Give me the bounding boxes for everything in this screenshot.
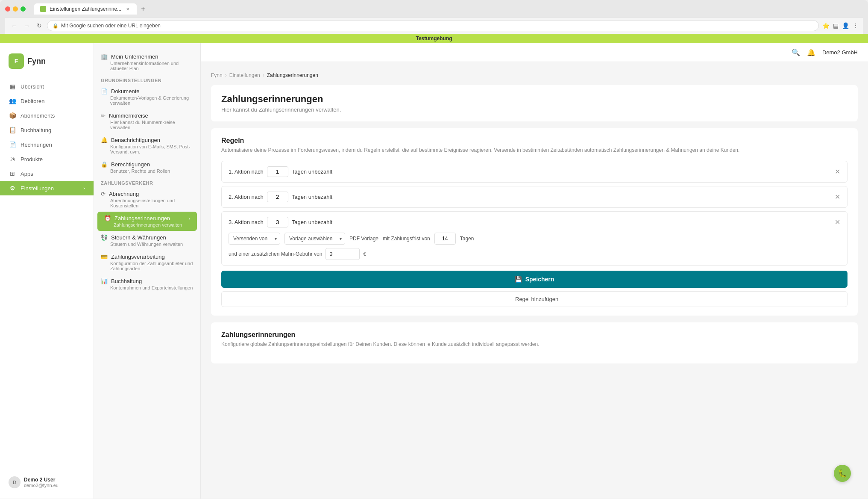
tab-close-btn[interactable]: ✕ bbox=[125, 6, 131, 12]
zahlungsverkehr-label: Zahlungsverkehr bbox=[94, 177, 200, 187]
back-button[interactable]: ← bbox=[9, 21, 19, 30]
rule-1-close-btn[interactable]: ✕ bbox=[835, 168, 840, 176]
rule-3-close-btn[interactable]: ✕ bbox=[835, 218, 840, 226]
breadcrumb-current: Zahlungserinnerungen bbox=[267, 72, 318, 78]
settings-item-benachrichtigungen[interactable]: 🔔 Benachrichtigungen Konfiguration von E… bbox=[94, 133, 200, 158]
notifications-button[interactable]: 🔔 bbox=[807, 48, 815, 56]
settings-item-buchhaltung2[interactable]: 📊 Buchhaltung Kontenrahmen und Exportein… bbox=[94, 275, 200, 294]
nav-label-ubersicht: Übersicht bbox=[21, 83, 44, 90]
steuern-title: Steuern & Währungen bbox=[111, 234, 166, 241]
search-button[interactable]: 🔍 bbox=[792, 48, 800, 56]
vorlage-select[interactable]: Vorlage auswählen bbox=[284, 233, 345, 245]
apps-icon: ⊞ bbox=[9, 170, 16, 177]
mahn-row: und einer zusätzlichen Mahn-Gebühr von € bbox=[229, 248, 840, 260]
buchhaltung2-title: Buchhaltung bbox=[111, 278, 142, 284]
rule-2-close-btn[interactable]: ✕ bbox=[835, 193, 840, 201]
nav-item-produkte[interactable]: 🛍 Produkte bbox=[0, 152, 94, 166]
rule-row-3: 3. Aktion nach Tagen unbezahlt ✕ Versend… bbox=[221, 211, 847, 266]
settings-item-nummernkreise[interactable]: ✏ Nummernkreise Hier kannst du Nummernkr… bbox=[94, 109, 200, 133]
buchhaltung-icon: 📋 bbox=[9, 127, 16, 133]
settings-item-unternehmen[interactable]: 🏢 Mein Unternehmen Unternehmensinformati… bbox=[94, 50, 200, 74]
breadcrumb-einstellungen[interactable]: Einstellungen bbox=[229, 72, 260, 78]
berechtigungen-desc: Benutzer, Rechte und Rollen bbox=[101, 168, 194, 174]
new-tab-button[interactable]: + bbox=[138, 4, 147, 14]
nav-items: ▦ Übersicht 👥 Debitoren 📦 Abonnements 📋 … bbox=[0, 79, 94, 471]
rule-1-days-input[interactable] bbox=[267, 166, 288, 177]
breadcrumb-sep2: › bbox=[263, 72, 264, 78]
add-rule-button[interactable]: + Regel hinzufügen bbox=[221, 291, 847, 307]
rule-3-label: 3. Aktion nach Tagen unbezahlt bbox=[229, 217, 332, 227]
traffic-light-yellow[interactable] bbox=[13, 6, 18, 12]
logo: F Fynn bbox=[9, 53, 85, 69]
forward-button[interactable]: → bbox=[22, 21, 32, 30]
save-label: Speichern bbox=[525, 276, 554, 283]
rule-2-days-input[interactable] bbox=[267, 192, 288, 202]
profile-btn[interactable]: 👤 bbox=[842, 22, 849, 29]
user-avatar: D bbox=[9, 476, 21, 488]
settings-item-berechtigungen[interactable]: 🔒 Berechtigungen Benutzer, Rechte und Ro… bbox=[94, 158, 200, 177]
sidebar-btn[interactable]: ▤ bbox=[833, 22, 839, 29]
page-title: Zahlungserinnerungen bbox=[221, 94, 847, 105]
settings-item-abrechnung[interactable]: ⟳ Abrechnung Abrechnungseinstellungen un… bbox=[94, 187, 200, 212]
tab-title: Einstellungen Zahlungserinne... bbox=[50, 6, 121, 12]
rule-1-label: 1. Aktion nach Tagen unbezahlt bbox=[229, 166, 332, 177]
nav-item-debitoren[interactable]: 👥 Debitoren bbox=[0, 94, 94, 108]
rule-2-suffix: Tagen unbezahlt bbox=[292, 194, 332, 200]
user-area: D Demo 2 User demo2@fynn.eu bbox=[0, 471, 94, 493]
breadcrumb-fynn[interactable]: Fynn bbox=[211, 72, 223, 78]
nav-item-abonnements[interactable]: 📦 Abonnements bbox=[0, 108, 94, 123]
user-details: Demo 2 User demo2@fynn.eu bbox=[24, 477, 59, 488]
zahlungserinnerungen-desc: Zahlungserinnerungen verwalten bbox=[104, 222, 190, 227]
berechtigungen-title: Berechtigungen bbox=[111, 161, 150, 168]
rule-3-options: Versenden von Vorlage auswählen PDF Vorl… bbox=[229, 233, 840, 245]
vorlage-wrapper: Vorlage auswählen bbox=[284, 233, 345, 245]
extensions-btn[interactable]: ⭐ bbox=[822, 22, 830, 29]
traffic-light-red[interactable] bbox=[5, 6, 10, 12]
regeln-desc: Automatisiere deine Prozesse im Forderun… bbox=[221, 146, 847, 154]
nav-item-rechnungen[interactable]: 📄 Rechnungen bbox=[0, 137, 94, 152]
main-header: 🔍 🔔 Demo2 GmbH bbox=[201, 43, 868, 62]
benachrichtigungen-icon: 🔔 bbox=[101, 137, 108, 143]
mahn-input[interactable] bbox=[326, 248, 360, 260]
browser-tab[interactable]: Einstellungen Zahlungserinne... ✕ bbox=[34, 3, 137, 15]
zahlungserinnerungen-arrow: › bbox=[188, 216, 190, 221]
rule-row-2: 2. Aktion nach Tagen unbezahlt ✕ bbox=[221, 186, 847, 208]
save-button[interactable]: 💾 Speichern bbox=[221, 271, 847, 288]
refresh-button[interactable]: ↻ bbox=[35, 21, 44, 30]
benachrichtigungen-desc: Konfiguration von E-Mails, SMS, Post-Ver… bbox=[101, 144, 194, 154]
nav-label-produkte: Produkte bbox=[21, 156, 43, 162]
ubersicht-icon: ▦ bbox=[9, 83, 16, 90]
versenden-von-select[interactable]: Versenden von bbox=[229, 233, 280, 245]
settings-item-zahlungsverarbeitung[interactable]: 💳 Zahlungsverarbeitung Konfiguration der… bbox=[94, 250, 200, 275]
zahlungsfrist-input[interactable] bbox=[434, 233, 456, 245]
settings-item-zahlungserinnerungen[interactable]: ⏰ Zahlungserinnerungen › Zahlungserinner… bbox=[97, 212, 197, 231]
zahlungsverarbeitung-icon: 💳 bbox=[101, 254, 108, 260]
zahlungserinnerungen-card-title: Zahlungserinnerungen bbox=[221, 331, 847, 339]
mit-zahlungsfrist-label: mit Zahlungsfrist von bbox=[383, 236, 430, 242]
rule-2-label: 2. Aktion nach Tagen unbezahlt bbox=[229, 192, 332, 202]
unternehmen-icon: 🏢 bbox=[101, 53, 108, 60]
rule-3-top: 3. Aktion nach Tagen unbezahlt ✕ bbox=[229, 217, 840, 227]
bug-fab-button[interactable]: 🐛 bbox=[834, 465, 851, 482]
breadcrumb-sep1: › bbox=[225, 72, 227, 78]
env-banner: Testumgebung bbox=[0, 34, 868, 43]
nummernkreise-title: Nummernkreise bbox=[109, 112, 148, 119]
page-subtitle: Hier kannst du Zahlungserinnerungen verw… bbox=[221, 106, 847, 113]
settings-item-dokumente[interactable]: 📄 Dokumente Dokumenten-Vorlagen & Generi… bbox=[94, 85, 200, 109]
nav-item-apps[interactable]: ⊞ Apps bbox=[0, 166, 94, 181]
produkte-icon: 🛍 bbox=[9, 156, 16, 162]
menu-btn[interactable]: ⋮ bbox=[853, 22, 859, 29]
rule-row-1: 1. Aktion nach Tagen unbezahlt ✕ bbox=[221, 161, 847, 183]
nav-item-einstellungen[interactable]: ⚙ Einstellungen › bbox=[0, 181, 94, 195]
buchhaltung2-icon: 📊 bbox=[101, 278, 108, 284]
settings-item-steuern[interactable]: 💱 Steuern & Währungen Steuern und Währun… bbox=[94, 231, 200, 250]
main-sidebar: F Fynn ▦ Übersicht 👥 Debitoren 📦 Abonnem… bbox=[0, 43, 94, 499]
breadcrumb: Fynn › Einstellungen › Zahlungserinnerun… bbox=[211, 72, 858, 78]
tagen-label: Tagen bbox=[460, 236, 474, 242]
nav-item-ubersicht[interactable]: ▦ Übersicht bbox=[0, 79, 94, 94]
secure-icon: 🔒 bbox=[53, 23, 59, 29]
traffic-light-green[interactable] bbox=[21, 6, 26, 12]
rule-3-days-input[interactable] bbox=[267, 217, 288, 227]
nav-item-buchhaltung[interactable]: 📋 Buchhaltung bbox=[0, 123, 94, 137]
address-bar[interactable]: 🔒 Mit Google suchen oder eine URL eingeb… bbox=[47, 20, 819, 31]
